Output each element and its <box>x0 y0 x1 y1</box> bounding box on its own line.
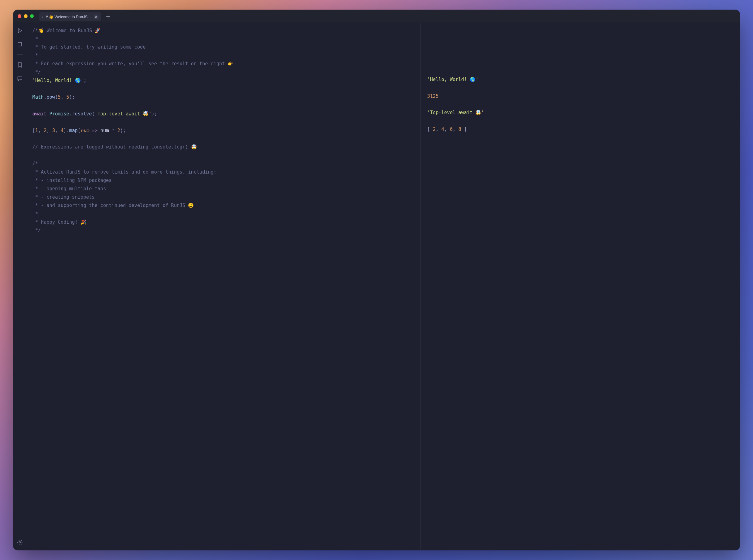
code-token: ( <box>55 94 58 100</box>
new-tab-button[interactable] <box>103 12 113 21</box>
editor-pane[interactable]: /*👋 Welcome to RunJS 🚀 * * To get starte… <box>27 23 421 551</box>
code-token: ); <box>151 111 157 117</box>
tab-active[interactable]: › /*👋 Welcome to RunJS ... <box>39 12 101 21</box>
code-token: * - opening multiple tabs <box>33 186 106 192</box>
output-line: [ 2, 4, 6, 8 ] <box>427 125 733 134</box>
window-maximize-button[interactable] <box>30 14 34 18</box>
code-token: ; <box>83 78 86 83</box>
code-token: * For each expression you write, you'll … <box>33 61 234 66</box>
titlebar: › /*👋 Welcome to RunJS ... <box>13 10 740 23</box>
code-token: => <box>92 128 98 133</box>
code-token: await <box>33 111 47 117</box>
code-token: 3 <box>52 128 55 133</box>
code-token: */ <box>33 69 41 75</box>
code-token: 2 <box>117 128 120 133</box>
code-token: /* <box>33 161 38 166</box>
code-token: * Activate RunJS to remove limits and do… <box>33 169 216 175</box>
code-token: * <box>33 36 38 42</box>
code-token: * - installing NPM packages <box>33 178 112 183</box>
output-token: 4 <box>441 126 444 132</box>
code-token: ( <box>78 128 80 133</box>
code-token: ( <box>92 111 95 117</box>
code-token: ); <box>120 128 126 133</box>
window-close-button[interactable] <box>18 14 21 18</box>
output-line: 'Hello, World! 🌎' <box>427 76 733 84</box>
output-token: 'Hello, World! 🌎' <box>427 77 478 82</box>
code-token: * - and supporting the continued develop… <box>33 203 194 208</box>
code-token: pow <box>46 94 55 100</box>
tabs: › /*👋 Welcome to RunJS ... <box>39 10 113 23</box>
traffic-lights <box>18 14 34 18</box>
output-line: 'Top-level await 🤯' <box>427 108 733 117</box>
code-token: Math <box>33 94 44 100</box>
code-token: 4 <box>61 128 63 133</box>
code-token: * To get started, try writing some code <box>33 44 146 50</box>
output-lines: 'Hello, World! 🌎'3125'Top-level await 🤯'… <box>427 76 733 134</box>
sidebar <box>13 23 27 551</box>
code-token: 5 <box>66 94 69 100</box>
code-token: * Happy Coding! 🎉 <box>33 219 86 225</box>
code-token <box>109 128 112 133</box>
tab-close-button[interactable] <box>94 15 98 19</box>
sidebar-divider <box>17 55 23 55</box>
code-token: * <box>33 53 38 58</box>
output-token: , <box>436 126 441 132</box>
code-token: 5 <box>58 94 61 100</box>
code-token: num <box>100 128 109 133</box>
output-token: 3125 <box>427 94 439 99</box>
code-token: , <box>46 128 52 133</box>
stop-icon[interactable] <box>16 41 23 48</box>
run-icon[interactable] <box>16 27 23 34</box>
output-token: , <box>453 126 458 132</box>
svg-point-1 <box>19 542 21 543</box>
code-token: , <box>55 128 61 133</box>
code-token <box>89 128 92 133</box>
output-token: [ <box>427 126 433 132</box>
code-token: . <box>44 94 46 100</box>
bookmark-icon[interactable] <box>16 62 23 68</box>
code-token: map <box>69 128 78 133</box>
code-token: * <box>112 128 117 133</box>
code-token: // Expressions are logged without needin… <box>33 144 197 150</box>
output-token: 'Top-level await 🤯' <box>427 110 484 115</box>
code-token: . <box>69 111 72 117</box>
window-minimize-button[interactable] <box>24 14 27 18</box>
code-token: 1 <box>35 128 38 133</box>
code-token: , <box>38 128 44 133</box>
output-pane: 'Hello, World! 🌎'3125'Top-level await 🤯'… <box>421 23 740 551</box>
svg-rect-0 <box>18 42 22 46</box>
output-token: 6 <box>450 126 453 132</box>
code-token <box>98 128 100 133</box>
code-token: ]. <box>63 128 69 133</box>
code-token: resolve <box>72 111 92 117</box>
output-token: , <box>444 126 450 132</box>
output-token: 2 <box>433 126 436 132</box>
output-line: 3125 <box>427 92 733 101</box>
code-token: */ <box>33 227 41 233</box>
tab-title: /*👋 Welcome to RunJS ... <box>46 15 92 19</box>
code-token: 'Hello, World! 🌎' <box>33 78 83 83</box>
code-token: [ <box>33 128 35 133</box>
output-token: 8 <box>458 126 461 132</box>
code-token: num <box>80 128 89 133</box>
app-window: › /*👋 Welcome to RunJS ... <box>13 10 740 551</box>
panes: /*👋 Welcome to RunJS 🚀 * * To get starte… <box>27 23 740 551</box>
editor-code[interactable]: /*👋 Welcome to RunJS 🚀 * * To get starte… <box>33 26 414 235</box>
code-token: 2 <box>44 128 46 133</box>
settings-icon[interactable] <box>16 539 23 546</box>
chevron-right-icon: › <box>42 15 44 19</box>
code-token: , <box>61 94 66 100</box>
code-token: Promise <box>49 111 69 117</box>
code-token: ); <box>69 94 75 100</box>
feedback-icon[interactable] <box>16 75 23 82</box>
code-token: 'Top-level await 🤯' <box>95 111 152 117</box>
code-token: * <box>33 211 38 217</box>
output-token: ] <box>461 126 467 132</box>
code-token: * - creating snippets <box>33 194 95 200</box>
code-token: /*👋 Welcome to RunJS 🚀 <box>33 28 101 34</box>
body: /*👋 Welcome to RunJS 🚀 * * To get starte… <box>13 23 740 551</box>
